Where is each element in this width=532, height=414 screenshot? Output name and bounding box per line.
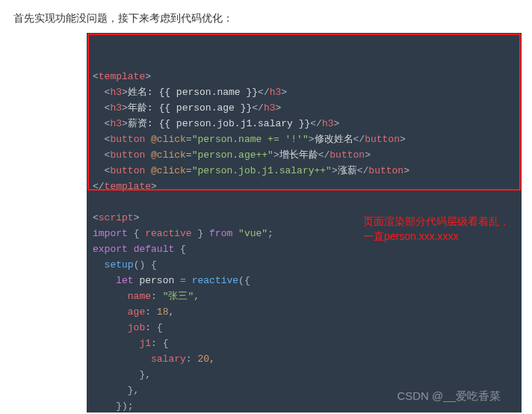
intro-text: 首先实现功能没问题，接下来考虑到代码优化：	[0, 0, 532, 25]
watermark: CSDN @__爱吃香菜	[397, 388, 501, 404]
code-block: <template> <h3>姓名: {{ person.name }}</h3…	[87, 33, 522, 413]
annotation-text: 页面渲染部分代码层级看着乱，一直person.xxx.xxxx	[363, 214, 513, 244]
